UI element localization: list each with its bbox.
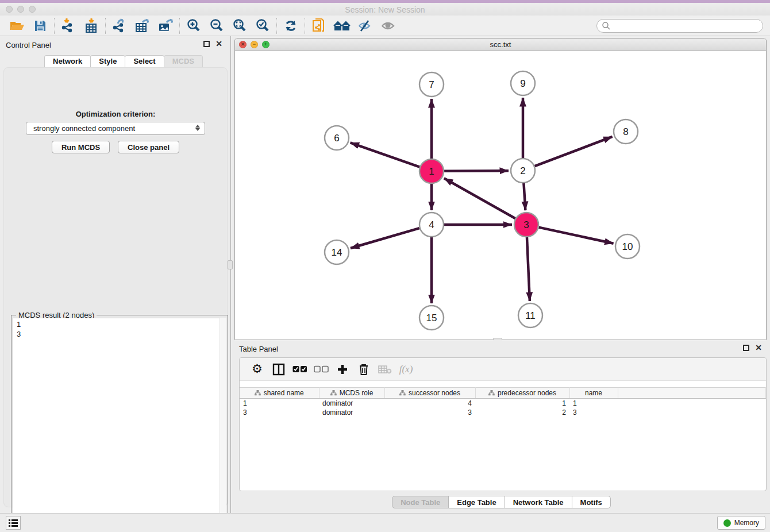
control-panel-title: Control Panel: [6, 41, 51, 49]
mcds-panel-body: Optimization criterion: strongly connect…: [3, 67, 228, 507]
graph-node-15[interactable]: 15: [419, 306, 444, 330]
memory-button[interactable]: Memory: [717, 516, 765, 530]
edge-4-14[interactable]: [351, 228, 419, 248]
tab-network[interactable]: Network: [44, 55, 91, 67]
graph-node-8[interactable]: 8: [614, 119, 638, 144]
graph-node-2[interactable]: 2: [511, 159, 535, 183]
svg-text:15: 15: [426, 313, 437, 323]
table-header-row: shared name MCDS role successor nodes pr…: [240, 388, 766, 399]
column-header-shared-name[interactable]: shared name: [240, 388, 319, 399]
close-table-panel-icon[interactable]: ✕: [755, 345, 762, 351]
app-title: Session: New Session: [0, 5, 770, 14]
edge-3-1[interactable]: [444, 178, 515, 218]
zoom-selected-icon[interactable]: [251, 17, 274, 34]
add-column-icon[interactable]: [332, 361, 353, 378]
float-panel-icon[interactable]: [203, 41, 210, 47]
tab-select[interactable]: Select: [125, 55, 164, 67]
edge-3-11[interactable]: [527, 237, 530, 301]
column-header-successor-nodes[interactable]: successor nodes: [384, 388, 475, 399]
graph-node-10[interactable]: 10: [615, 234, 640, 259]
graph-node-14[interactable]: 14: [325, 240, 349, 264]
delete-column-icon[interactable]: [353, 361, 374, 378]
apply-layout-icon[interactable]: [279, 17, 302, 34]
tab-node-table[interactable]: Node Table: [392, 496, 449, 508]
control-panel-tabs: Network Style Select MCDS: [44, 55, 202, 67]
column-type-icon: [255, 390, 261, 396]
tab-motifs[interactable]: Motifs: [572, 496, 611, 508]
deselect-all-columns-icon[interactable]: [310, 361, 332, 378]
select-all-columns-icon[interactable]: [289, 361, 310, 378]
toolbar-separator: [105, 18, 106, 34]
tab-edge-table[interactable]: Edge Table: [448, 496, 505, 508]
zoom-fit-icon[interactable]: [228, 17, 251, 34]
edge-1-2[interactable]: [444, 171, 509, 171]
zoom-out-icon[interactable]: [205, 17, 228, 34]
toolbar-separator: [54, 18, 55, 34]
edge-2-3[interactable]: [523, 183, 525, 210]
gear-icon[interactable]: ⚙: [247, 361, 268, 378]
task-history-button[interactable]: [6, 516, 21, 530]
network-canvas[interactable]: 7968124314101511: [235, 51, 766, 340]
table-panel: Table Panel ✕ ⚙: [232, 340, 770, 513]
edge-1-6[interactable]: [351, 142, 420, 167]
graph-node-3[interactable]: 3: [514, 213, 538, 237]
mcds-result-text[interactable]: 1 3: [13, 318, 226, 532]
function-builder-icon[interactable]: f(x): [395, 361, 417, 378]
close-panel-button[interactable]: Close panel: [118, 141, 179, 153]
zoom-in-icon[interactable]: [182, 17, 205, 34]
delete-table-icon[interactable]: [374, 361, 395, 378]
edge-3-10[interactable]: [539, 228, 614, 244]
export-image-icon[interactable]: [154, 17, 177, 34]
open-file-icon[interactable]: [6, 17, 29, 34]
show-all-icon[interactable]: [376, 17, 399, 34]
svg-text:2: 2: [520, 165, 525, 176]
hide-selected-icon[interactable]: [353, 17, 376, 34]
tab-mcds[interactable]: MCDS: [164, 55, 203, 67]
svg-text:8: 8: [623, 126, 628, 137]
first-neighbors-icon[interactable]: [330, 17, 353, 34]
result-scrollbar[interactable]: [220, 318, 226, 532]
column-header-mcds-role[interactable]: MCDS role: [319, 388, 384, 399]
graph-node-11[interactable]: 11: [518, 303, 542, 327]
close-panel-icon[interactable]: ✕: [215, 41, 222, 47]
column-header-predecessor-nodes[interactable]: predecessor nodes: [475, 388, 569, 399]
export-table-icon[interactable]: [131, 17, 154, 34]
svg-text:3: 3: [523, 219, 529, 230]
edge-2-8[interactable]: [535, 137, 613, 166]
column-view-icon[interactable]: [268, 361, 289, 378]
table-panel-title: Table Panel: [239, 345, 278, 353]
table-tabs: Node Table Edge Table Network Table Moti…: [232, 496, 770, 508]
node-table: shared name MCDS role successor nodes pr…: [240, 387, 766, 417]
tab-style[interactable]: Style: [90, 55, 125, 67]
criterion-select[interactable]: strongly connected component: [26, 122, 205, 135]
run-mcds-button[interactable]: Run MCDS: [52, 141, 110, 153]
graph-node-4[interactable]: 4: [419, 213, 444, 237]
graph-node-1[interactable]: 1: [419, 159, 444, 183]
import-network-icon[interactable]: [57, 17, 80, 34]
table-row[interactable]: 3dominator323: [240, 408, 766, 417]
column-header-name[interactable]: name: [569, 388, 618, 399]
network-window-titlebar[interactable]: ✕ − + scc.txt: [235, 38, 766, 51]
graph-node-6[interactable]: 6: [325, 126, 349, 150]
control-panel: Control Panel ✕ Network Style Select MCD…: [0, 36, 231, 513]
criterion-value: strongly connected component: [33, 124, 135, 133]
panel-splitter-handle[interactable]: [228, 260, 233, 269]
memory-status-icon: [723, 519, 731, 527]
graph-node-7[interactable]: 7: [419, 72, 444, 97]
list-icon: [9, 519, 18, 527]
clone-network-icon[interactable]: [307, 17, 330, 34]
table-row[interactable]: 1dominator411: [240, 399, 766, 408]
svg-text:9: 9: [520, 78, 525, 89]
tab-network-table[interactable]: Network Table: [505, 496, 572, 508]
import-table-icon[interactable]: [80, 17, 103, 34]
graph-node-9[interactable]: 9: [511, 71, 535, 95]
memory-label: Memory: [734, 519, 759, 527]
column-type-icon: [399, 390, 406, 396]
export-network-icon[interactable]: [108, 17, 131, 34]
optimization-criterion-label: Optimization criterion:: [4, 110, 227, 118]
save-session-icon[interactable]: [29, 17, 52, 34]
svg-text:11: 11: [525, 310, 536, 321]
search-icon: [602, 21, 611, 30]
search-input[interactable]: [596, 19, 763, 33]
float-table-panel-icon[interactable]: [743, 345, 749, 351]
